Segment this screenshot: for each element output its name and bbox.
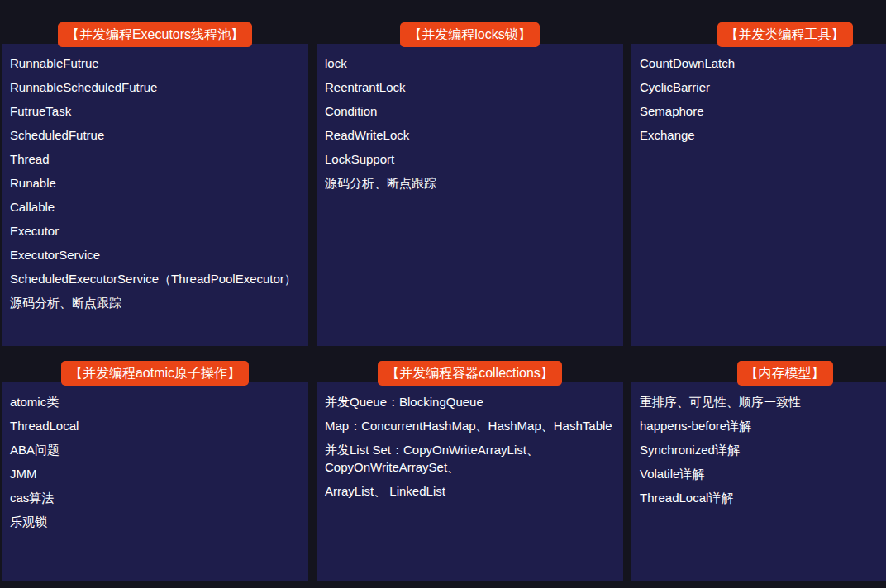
list-item: CyclicBarrier: [640, 78, 886, 96]
section-executors: 【并发编程Executors线程池】 RunnableFutrueRunnabl…: [2, 22, 308, 346]
list-item: Exchange: [640, 126, 886, 144]
section-panel: 重排序、可见性、顺序一致性happens-before详解Synchronize…: [631, 382, 886, 581]
section-panel: 并发Queue：BlockingQueueMap：ConcurrentHashM…: [317, 382, 623, 581]
section-header-row: 【并发类编程工具】: [631, 22, 886, 47]
section-title-badge: 【并发编程locks锁】: [400, 22, 539, 47]
list-item: FutrueTask: [10, 102, 298, 120]
section-title-badge: 【并发编程Executors线程池】: [58, 22, 252, 47]
knowledge-map-canvas: 【并发编程Executors线程池】 RunnableFutrueRunnabl…: [0, 0, 886, 581]
section-title-badge: 【并发编程aotmic原子操作】: [61, 361, 249, 386]
list-item: 源码分析、断点跟踪: [325, 174, 613, 192]
list-item: 源码分析、断点跟踪: [10, 294, 298, 311]
list-item: ThreadLocal: [10, 417, 298, 434]
list-item: RunnableScheduledFutrue: [10, 78, 298, 96]
section-concurrent-tools: 【并发类编程工具】 CountDownLatchCyclicBarrierSem…: [631, 22, 886, 346]
section-panel: atomic类ThreadLocalABA问题JMMcas算法乐观锁: [2, 382, 308, 581]
list-item: ScheduledExecutorService（ThreadPoolExecu…: [10, 270, 298, 287]
section-header-row: 【并发编程Executors线程池】: [2, 22, 308, 47]
list-item: Runable: [10, 174, 298, 192]
section-header-row: 【并发编程容器collections】: [317, 361, 623, 386]
list-item: 并发List Set：CopyOnWriteArrayList、 CopyOnW…: [325, 441, 613, 476]
list-item: ReentrantLock: [325, 78, 613, 96]
section-panel: RunnableFutrueRunnableScheduledFutrueFut…: [2, 44, 308, 346]
list-item: Executor: [10, 222, 298, 239]
section-locks: 【并发编程locks锁】 lockReentrantLockConditionR…: [317, 22, 623, 346]
list-item: 并发Queue：BlockingQueue: [325, 393, 613, 410]
list-item: Synchronized详解: [640, 441, 886, 458]
section-header-row: 【并发编程aotmic原子操作】: [2, 361, 308, 386]
list-item: ThreadLocal详解: [640, 489, 886, 506]
section-atomic: 【并发编程aotmic原子操作】 atomic类ThreadLocalABA问题…: [2, 361, 308, 581]
list-item: JMM: [10, 465, 298, 482]
list-item: lock: [325, 55, 613, 72]
section-collections: 【并发编程容器collections】 并发Queue：BlockingQueu…: [317, 361, 623, 581]
section-title-badge: 【并发编程容器collections】: [378, 361, 562, 386]
list-item: 乐观锁: [10, 513, 298, 530]
list-item: Volatile详解: [640, 465, 886, 482]
list-item: CountDownLatch: [640, 55, 886, 72]
section-header-row: 【并发编程locks锁】: [317, 22, 623, 47]
section-title-badge: 【内存模型】: [737, 361, 833, 386]
list-item: RunnableFutrue: [10, 55, 298, 72]
section-title-badge: 【并发类编程工具】: [717, 22, 853, 47]
list-item: Condition: [325, 102, 613, 120]
list-item: Map：ConcurrentHashMap、HashMap、HashTable: [325, 417, 613, 434]
list-item: ArrayList、 LinkedList: [325, 482, 613, 500]
list-item: ScheduledFutrue: [10, 126, 298, 144]
list-item: ABA问题: [10, 441, 298, 458]
section-memory-model: 【内存模型】 重排序、可见性、顺序一致性happens-before详解Sync…: [631, 361, 886, 581]
section-panel: lockReentrantLockConditionReadWriteLockL…: [317, 44, 623, 346]
list-item: LockSupport: [325, 150, 613, 168]
list-item: 重排序、可见性、顺序一致性: [640, 393, 886, 410]
list-item: Thread: [10, 150, 298, 168]
list-item: happens-before详解: [640, 417, 886, 434]
list-item: Semaphore: [640, 102, 886, 120]
list-item: ReadWriteLock: [325, 126, 613, 144]
list-item: ExecutorService: [10, 246, 298, 263]
list-item: atomic类: [10, 393, 298, 410]
section-header-row: 【内存模型】: [631, 361, 886, 386]
section-panel: CountDownLatchCyclicBarrierSemaphoreExch…: [631, 44, 886, 346]
list-item: cas算法: [10, 489, 298, 506]
list-item: Callable: [10, 198, 298, 216]
